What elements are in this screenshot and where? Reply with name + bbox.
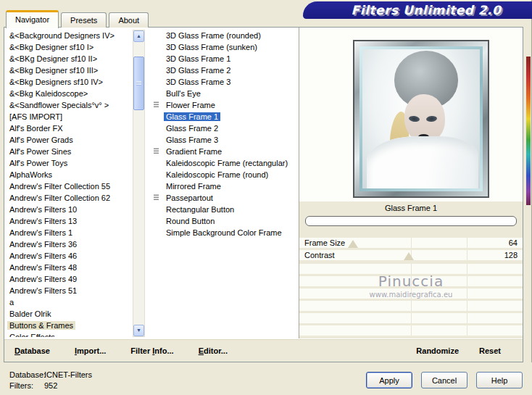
filter-label: 3D Glass Frame 2 xyxy=(164,66,233,75)
dialog-button[interactable]: Apply xyxy=(366,372,412,388)
portrait-blouse xyxy=(367,136,478,188)
empty-row xyxy=(299,301,523,311)
filter-list-item[interactable]: 3D Glass Frame 2 xyxy=(152,65,297,76)
dialog-button[interactable]: Help xyxy=(476,372,523,388)
category-list-item[interactable]: Color Effects xyxy=(7,331,133,337)
category-list-item[interactable]: &<Background Designers IV> xyxy=(7,30,133,41)
category-list-item[interactable]: Buttons & Frames xyxy=(7,320,133,331)
category-label: Alf's Power Sines xyxy=(7,147,73,156)
filter-label: 3D Glass Frame (sunken) xyxy=(164,43,259,51)
filter-label: 3D Glass Frame (rounded) xyxy=(164,31,263,40)
slider-value: 64 xyxy=(509,238,518,248)
glass-frame xyxy=(359,46,483,191)
category-list-item[interactable]: Andrew's Filters 49 xyxy=(7,273,133,285)
slider-thumb-icon[interactable] xyxy=(348,240,358,248)
category-list-item[interactable]: [AFS IMPORT] xyxy=(7,111,133,122)
selected-filter-caption: Glass Frame 1 xyxy=(299,201,523,215)
category-list-item[interactable]: &<Sandflower Specials°v° > xyxy=(7,99,133,111)
filter-list-item[interactable]: Kaleidoscopic Frame (round) xyxy=(152,169,297,180)
filter-label: Bull's Eye xyxy=(164,89,203,98)
tab[interactable]: Navigator xyxy=(6,10,59,28)
category-label: &<BKg Designer sf10 II> xyxy=(7,54,99,63)
category-label: [AFS IMPORT] xyxy=(7,112,65,121)
scroll-down-icon[interactable]: ▼ xyxy=(133,325,144,336)
filter-list-item[interactable]: Bull's Eye xyxy=(152,88,297,99)
category-label: &<Bkg Designers sf10 IV> xyxy=(7,78,105,86)
category-list-item[interactable]: Andrew's Filter Collection 55 xyxy=(7,180,133,192)
category-list-item[interactable]: Andrew's Filters 10 xyxy=(7,204,133,215)
category-list-item[interactable]: Alf's Power Sines xyxy=(7,146,133,157)
window-title: Filters Unlimited 2.0 xyxy=(332,3,520,17)
category-label: a xyxy=(7,298,16,307)
slider[interactable]: Contrast 128 xyxy=(299,250,523,260)
filter-list-item[interactable]: Kaleidoscopic Frame (rectangular) xyxy=(152,157,297,169)
tab[interactable]: About xyxy=(109,12,149,28)
category-list-item[interactable]: Alf's Border FX xyxy=(7,122,133,134)
database-value: ICNET-Filters xyxy=(44,370,92,379)
filter-list-item[interactable]: Rectangular Button xyxy=(152,204,297,215)
filter-list-item[interactable]: Glass Frame 2 xyxy=(152,122,297,134)
category-label: Alf's Power Toys xyxy=(7,159,70,167)
scrollbar-thumb[interactable] xyxy=(133,57,144,110)
category-list-item[interactable]: Andrew's Filters 46 xyxy=(7,250,133,262)
category-list-item[interactable]: &<Bkg Designer sf10 III> xyxy=(7,65,133,76)
toolbar-button[interactable]: Database xyxy=(14,346,50,355)
category-label: &<Sandflower Specials°v° > xyxy=(7,101,111,109)
category-list-item[interactable]: AlphaWorks xyxy=(7,169,133,180)
category-list: &<Background Designers IV>&<Bkg Designer… xyxy=(7,30,133,337)
filter-list-item[interactable]: Mirrored Frame xyxy=(152,180,297,192)
category-list-item[interactable]: a xyxy=(7,296,133,308)
category-list-item[interactable]: Andrew's Filters 1 xyxy=(7,227,133,238)
category-list-item[interactable]: Balder Olrik xyxy=(7,308,133,320)
category-label: &<Background Designers IV> xyxy=(7,31,117,40)
filter-label: Round Button xyxy=(164,217,217,225)
filter-list-item[interactable]: Passepartout xyxy=(152,192,297,204)
slider[interactable]: Frame Size 64 xyxy=(299,238,523,248)
category-list-item[interactable]: Alf's Power Grads xyxy=(7,134,133,146)
category-list-item[interactable]: Alf's Power Toys xyxy=(7,157,133,169)
category-list-item[interactable]: Andrew's Filters 13 xyxy=(7,215,133,227)
filter-list-item[interactable]: Simple Background Color Frame xyxy=(152,227,297,238)
filter-label: Simple Background Color Frame xyxy=(164,228,284,237)
category-list-item[interactable]: Andrew's Filters 48 xyxy=(7,262,133,273)
filter-list-item[interactable]: Flower Frame xyxy=(152,99,297,111)
category-scrollbar[interactable]: ▲ ▼ xyxy=(133,30,145,337)
toolbar-button[interactable]: Import... xyxy=(75,346,106,355)
drag-handle-icon xyxy=(154,101,159,108)
slider-thumb-icon[interactable] xyxy=(404,252,414,260)
tab[interactable]: Presets xyxy=(61,12,107,28)
category-label: Andrew's Filters 49 xyxy=(7,275,79,283)
filter-list-item[interactable]: Round Button xyxy=(152,215,297,227)
filter-list-item[interactable]: 3D Glass Frame 1 xyxy=(152,53,297,65)
toolbar-button[interactable]: Editor... xyxy=(199,346,228,355)
category-list-item[interactable]: &<BKg Designer sf10 II> xyxy=(7,53,133,65)
filter-list-item[interactable]: Glass Frame 3 xyxy=(152,134,297,146)
filter-label: Glass Frame 2 xyxy=(164,124,220,133)
toolbar-button[interactable]: Filter Info... xyxy=(130,346,173,355)
dialog-button[interactable]: Cancel xyxy=(421,372,467,388)
category-label: Andrew's Filter Collection 55 xyxy=(7,182,112,191)
scroll-up-icon[interactable]: ▲ xyxy=(133,30,144,42)
filter-list-item[interactable]: 3D Glass Frame (rounded) xyxy=(152,30,297,41)
filter-list-item[interactable]: Glass Frame 1 xyxy=(152,111,297,122)
status-text: Database:ICNET-Filters Filters:952 xyxy=(9,370,92,391)
empty-row xyxy=(299,288,523,299)
status-bar: Database:ICNET-Filters Filters:952 Apply… xyxy=(0,362,532,395)
filter-list-item[interactable]: 3D Glass Frame 3 xyxy=(152,76,297,88)
category-list-item[interactable]: Andrew's Filters 36 xyxy=(7,238,133,250)
filter-list-item[interactable]: 3D Glass Frame (sunken) xyxy=(152,41,297,53)
category-label: &<Bkg Designer sf10 III> xyxy=(7,66,100,75)
category-label: Andrew's Filters 36 xyxy=(7,240,79,249)
action-button[interactable]: Randomize xyxy=(416,346,459,355)
filter-list-item[interactable]: Gradient Frame xyxy=(152,146,297,157)
empty-row xyxy=(299,325,523,336)
category-list-item[interactable]: &<Bkg Designer sf10 I> xyxy=(7,41,133,53)
category-list-item[interactable]: &<Bkg Kaleidoscope> xyxy=(7,88,133,99)
action-button[interactable]: Reset xyxy=(479,346,501,355)
portrait xyxy=(362,49,480,188)
category-list-item[interactable]: Andrew's Filters 51 xyxy=(7,285,133,296)
category-list-item[interactable]: &<Bkg Designers sf10 IV> xyxy=(7,76,133,88)
category-list-item[interactable]: Andrew's Filter Collection 62 xyxy=(7,192,133,204)
dialog-buttons: ApplyCancelHelp xyxy=(366,372,523,388)
category-label: AlphaWorks xyxy=(7,170,54,179)
